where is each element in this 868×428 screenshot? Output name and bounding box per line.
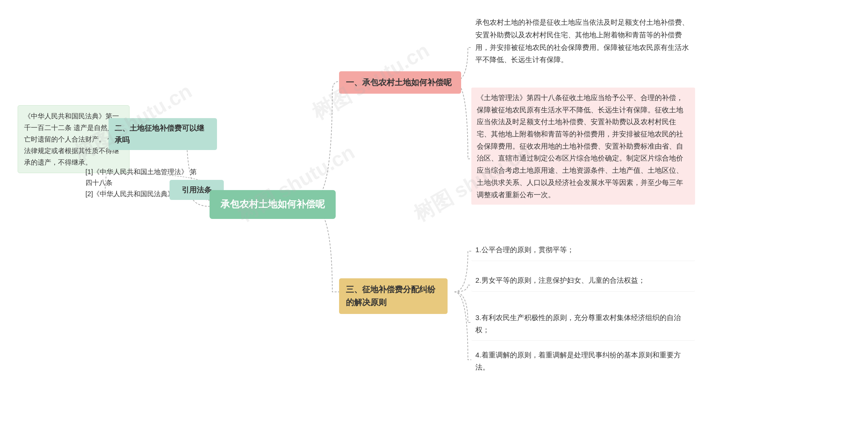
topic1-label: 一、承包农村土地如何补偿呢 (346, 78, 452, 87)
principle4-box: 4.着重调解的原则，着重调解是处理民事纠纷的基本原则和重要方法。 (471, 346, 695, 376)
cite2-text: [2]《中华人民共和国民法典》 (85, 190, 174, 198)
ref-subtopic-label: 引用法条 (182, 186, 212, 194)
top-content-box: 承包农村土地的补偿是征收土地应当依法及时足额支付土地补偿费、安置补助费以及农村村… (471, 14, 695, 69)
center-node[interactable]: 承包农村土地如何补偿呢 (210, 190, 336, 219)
topic2-label: 二、土地征地补偿费可以继承吗 (115, 124, 204, 144)
topic1-node[interactable]: 一、承包农村土地如何补偿呢 (339, 71, 461, 94)
law-content-text: 《土地管理法》第四十八条征收土地应当给予公平、合理的补偿，保障被征地农民原有生活… (477, 94, 683, 199)
center-label: 承包农村土地如何补偿呢 (220, 199, 325, 209)
law-content-box: 《土地管理法》第四十八条征收土地应当给予公平、合理的补偿，保障被征地农民原有生活… (471, 88, 695, 205)
principle2-box: 2.男女平等的原则，注意保护妇女、儿童的合法权益； (471, 272, 695, 292)
topic3-node[interactable]: 三、征地补偿费分配纠纷的解决原则 (339, 278, 448, 314)
cite2-node: [2]《中华人民共和国民法典》 (80, 185, 182, 203)
principle1-text: 1.公平合理的原则，贯彻平等； (475, 246, 574, 254)
principle2-text: 2.男女平等的原则，注意保护妇女、儿童的合法权益； (475, 276, 645, 284)
principle3-box: 3.有利农民生产积极性的原则，充分尊重农村集体经济组织的自治权； (471, 309, 695, 341)
topic3-label: 三、征地补偿费分配纠纷的解决原则 (346, 285, 435, 307)
connectors (0, 0, 868, 428)
principle1-box: 1.公平合理的原则，贯彻平等； (471, 241, 695, 261)
topic2-node[interactable]: 二、土地征地补偿费可以继承吗 (108, 118, 217, 150)
principle4-text: 4.着重调解的原则，着重调解是处理民事纠纷的基本原则和重要方法。 (475, 351, 681, 371)
principle3-text: 3.有利农民生产积极性的原则，充分尊重农村集体经济组织的自治权； (475, 314, 681, 334)
top-content-text: 承包农村土地的补偿是征收土地应当依法及时足额支付土地补偿费、安置补助费以及农村村… (475, 18, 689, 63)
left-content-text: 《中华人民共和国民法典》第一千一百二十二条 遗产是自然人死亡时遗留的个人合法财产… (24, 112, 121, 166)
